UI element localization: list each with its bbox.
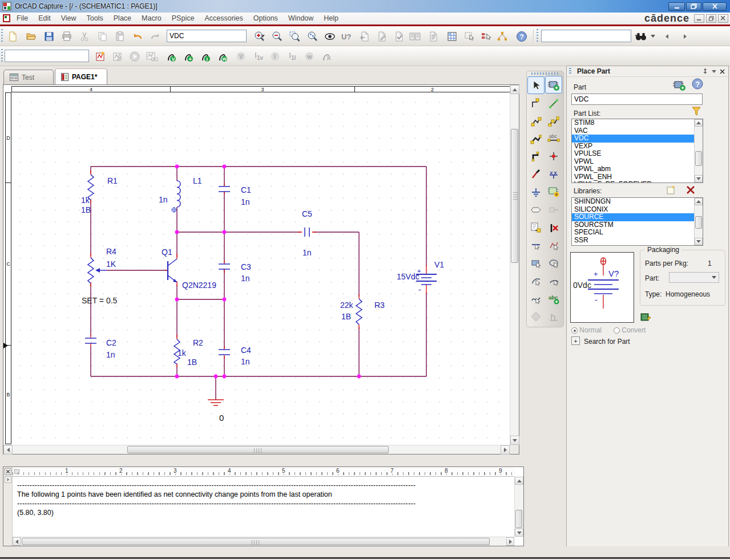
place-auto-wire-tool[interactable] <box>545 94 562 112</box>
part-combobox[interactable] <box>167 30 247 42</box>
drc-button[interactable] <box>391 29 407 44</box>
log-close-button[interactable] <box>5 468 11 475</box>
part-list-item[interactable]: VPWL_abm <box>572 165 703 173</box>
menu-help[interactable]: Help <box>318 13 344 23</box>
convert-radio[interactable]: Convert <box>614 326 646 334</box>
log-vertical-scrollbar[interactable] <box>514 477 523 537</box>
simulation-profile-input[interactable] <box>5 52 98 60</box>
value-label[interactable]: 15Vdc <box>397 272 420 281</box>
pkg-part-combobox[interactable] <box>669 272 719 283</box>
auto-wire-bus-tool[interactable] <box>527 129 545 147</box>
place-ground-tool[interactable] <box>527 183 545 201</box>
zoom-region-button[interactable] <box>287 29 303 44</box>
normal-radio[interactable]: Normal <box>571 326 602 334</box>
scroll-right-button[interactable] <box>506 537 514 546</box>
ref-label[interactable]: R3 <box>374 301 385 310</box>
select-tool[interactable] <box>527 76 545 94</box>
place-rectangle-tool[interactable] <box>527 254 545 272</box>
value-label[interactable]: 1B <box>81 205 91 214</box>
panel-header[interactable]: Place Part <box>567 66 728 77</box>
zoom-all-button[interactable] <box>304 29 320 44</box>
component-c4[interactable] <box>219 350 230 355</box>
mdi-minimize-button[interactable] <box>694 14 704 23</box>
place-port-tool[interactable] <box>527 201 545 218</box>
value-label[interactable]: 1B <box>187 358 197 367</box>
mdi-close-button[interactable] <box>718 14 728 23</box>
schematic-canvas-window[interactable]: 4 3 2 D C B <box>3 84 519 455</box>
value-label[interactable]: 1K <box>106 259 116 269</box>
copy-button[interactable] <box>94 29 110 44</box>
delete-markers-button[interactable] <box>318 48 334 64</box>
scroll-thumb[interactable] <box>511 129 518 263</box>
new-button[interactable] <box>5 29 21 44</box>
netlist-button[interactable] <box>407 29 423 44</box>
place-wire-tool[interactable] <box>527 94 545 112</box>
scroll-thumb[interactable] <box>22 538 490 545</box>
annotate-button[interactable]: U? <box>339 29 355 44</box>
part-name-input[interactable] <box>571 94 703 105</box>
place-junction-tool[interactable] <box>545 147 562 165</box>
part-list-item[interactable]: VPWL <box>572 158 703 166</box>
current-into-pin-marker-button[interactable]: 1I <box>284 48 300 64</box>
place-part-tool[interactable] <box>545 76 562 94</box>
power-probe-button[interactable]: W <box>215 48 231 64</box>
run-simulation-button[interactable] <box>127 48 143 64</box>
scroll-down-button[interactable] <box>695 238 703 245</box>
part-list-item[interactable]: VEXP <box>572 143 703 151</box>
value-label[interactable]: 1n <box>106 350 115 359</box>
log-expand-button[interactable] <box>5 476 11 483</box>
place-no-connect-tool[interactable] <box>545 219 562 237</box>
part-list-item[interactable]: VPWL_F_RE_FOREVER <box>572 181 703 183</box>
value-label[interactable]: Q2N2219 <box>182 281 216 290</box>
libraries-listbox[interactable]: SHINDNGN SILICONIX SOURCE SOURCSTM SPECI… <box>571 197 703 246</box>
ref-label[interactable]: C3 <box>241 262 251 271</box>
scroll-up-button[interactable] <box>510 85 519 94</box>
search-expand-button[interactable]: + <box>571 336 580 345</box>
toolbar-grip[interactable] <box>537 29 539 43</box>
place-off-page-connector-tool[interactable] <box>527 218 545 236</box>
schematic-circuit[interactable]: R1 1k 1B L1 1n C1 1n R4 1K Q1 Q2N2219 C3… <box>3 85 509 444</box>
place-bezier-tool[interactable] <box>527 290 545 308</box>
log-text-area[interactable]: ----------------------------------------… <box>13 477 514 537</box>
value-label[interactable]: 1B <box>341 312 351 321</box>
value-label[interactable]: 1n <box>303 248 312 257</box>
component-l1[interactable] <box>171 181 180 213</box>
open-button[interactable] <box>23 29 39 44</box>
value-label[interactable]: 1n <box>159 195 168 204</box>
place-ieee-symbol-tool[interactable] <box>527 308 545 326</box>
value-label[interactable]: 1n <box>241 274 250 283</box>
value-label[interactable]: 1k <box>81 196 90 205</box>
ref-label[interactable]: L1 <box>193 176 202 185</box>
scroll-thumb[interactable] <box>127 446 389 453</box>
scroll-up-button[interactable] <box>695 198 703 205</box>
place-arc-tool[interactable] <box>527 272 545 290</box>
hierarchy-button[interactable] <box>494 29 510 44</box>
close-button[interactable] <box>703 2 727 11</box>
scroll-left-button[interactable] <box>3 445 13 455</box>
menu-place[interactable]: Place <box>108 13 136 23</box>
libraries-scrollbar[interactable] <box>694 198 703 245</box>
part-list-item[interactable]: VPWL_ENH <box>572 173 703 181</box>
simulation-profile-combobox[interactable] <box>5 50 89 62</box>
edit-part-icon[interactable] <box>640 311 651 323</box>
library-item[interactable]: SILICONIX <box>572 206 703 214</box>
mdi-restore-button[interactable] <box>706 14 716 23</box>
power-marker-button[interactable]: W <box>301 48 317 64</box>
help-button[interactable]: ? <box>514 29 530 44</box>
ground-net-label[interactable]: 0 <box>219 413 224 423</box>
menu-tools[interactable]: Tools <box>82 13 108 23</box>
scroll-down-button[interactable] <box>515 529 523 537</box>
component-c2[interactable] <box>85 338 96 343</box>
cut-button[interactable] <box>76 29 92 44</box>
menu-file[interactable]: File <box>11 13 33 23</box>
highlight-button[interactable] <box>322 29 338 44</box>
set-property-label[interactable]: SET = 0.5 <box>82 296 118 305</box>
place-net-alias-tool[interactable]: abc <box>545 129 562 147</box>
navigate-back-button[interactable] <box>659 29 675 44</box>
add-library-icon[interactable] <box>665 185 677 195</box>
help-icon[interactable]: ? <box>691 78 704 90</box>
new-simulation-profile-button[interactable] <box>92 48 108 64</box>
library-item[interactable]: SSR <box>572 237 703 245</box>
snap-to-grid-button[interactable] <box>461 29 477 44</box>
undo-button[interactable] <box>130 29 146 44</box>
